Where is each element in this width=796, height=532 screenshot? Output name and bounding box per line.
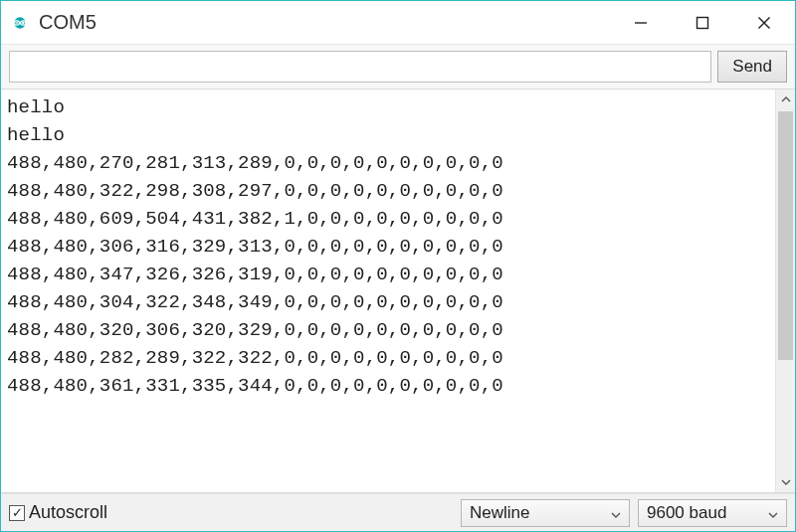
window-controls (610, 1, 795, 44)
arduino-logo-icon (9, 12, 31, 34)
checkbox-icon (9, 505, 25, 521)
line-ending-value: Newline (470, 503, 601, 523)
svg-rect-7 (697, 17, 708, 28)
serial-send-input[interactable] (9, 51, 711, 83)
vertical-scrollbar[interactable] (775, 89, 795, 492)
close-icon (757, 16, 771, 30)
minimize-button[interactable] (610, 1, 672, 44)
close-button[interactable] (733, 1, 795, 44)
bottom-bar: Autoscroll Newline 9600 baud (1, 493, 795, 531)
maximize-icon (696, 16, 709, 30)
chevron-down-icon (607, 503, 625, 523)
baud-rate-select[interactable]: 9600 baud (638, 499, 787, 527)
serial-monitor-window: COM5 Send hello hello 488,480,270,281,31… (0, 0, 796, 532)
autoscroll-checkbox[interactable]: Autoscroll (9, 502, 107, 523)
send-row: Send (1, 45, 795, 89)
autoscroll-label: Autoscroll (29, 502, 107, 523)
chevron-up-icon (781, 96, 791, 102)
chevron-down-icon (781, 479, 791, 485)
line-ending-select[interactable]: Newline (461, 499, 630, 527)
scroll-down-arrow-icon[interactable] (776, 472, 795, 492)
scroll-up-arrow-icon[interactable] (776, 89, 795, 109)
baud-rate-value: 9600 baud (647, 503, 758, 523)
scroll-thumb[interactable] (778, 111, 793, 360)
maximize-button[interactable] (672, 1, 733, 44)
titlebar: COM5 (1, 1, 795, 45)
console-area: hello hello 488,480,270,281,313,289,0,0,… (1, 89, 795, 493)
send-button[interactable]: Send (717, 51, 787, 83)
window-title: COM5 (39, 11, 97, 34)
serial-output: hello hello 488,480,270,281,313,289,0,0,… (1, 89, 775, 492)
minimize-icon (634, 16, 648, 30)
chevron-down-icon (764, 503, 782, 523)
